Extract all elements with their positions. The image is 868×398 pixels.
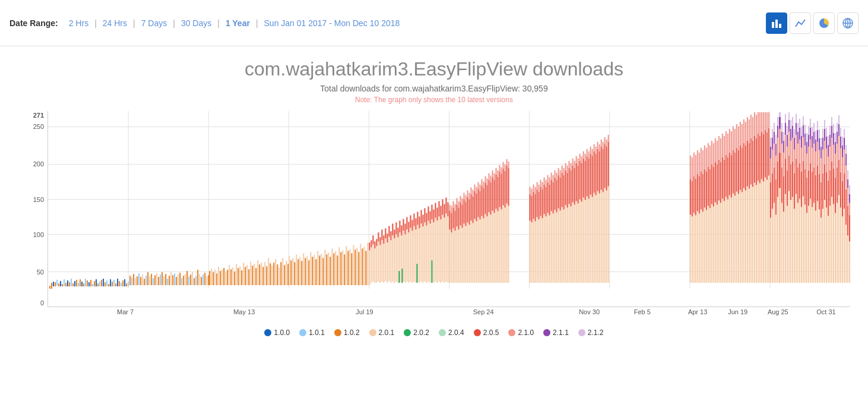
range-24hrs[interactable]: 24 Hrs <box>97 18 133 28</box>
svg-rect-224 <box>394 238 395 283</box>
range-30days[interactable]: 30 Days <box>175 18 217 28</box>
svg-rect-362 <box>494 180 495 213</box>
svg-rect-713 <box>790 200 791 283</box>
svg-rect-758 <box>806 213 807 283</box>
svg-rect-727 <box>794 129 795 138</box>
svg-rect-42 <box>96 279 97 286</box>
svg-rect-369 <box>498 170 499 177</box>
svg-rect-242 <box>410 228 411 282</box>
svg-rect-485 <box>587 156 588 197</box>
svg-rect-310 <box>464 223 465 283</box>
svg-rect-37 <box>87 280 88 286</box>
svg-rect-92 <box>185 274 186 285</box>
svg-rect-163 <box>310 252 311 285</box>
svg-rect-260 <box>426 225 427 283</box>
svg-rect-278 <box>442 214 443 282</box>
svg-rect-375 <box>501 168 502 174</box>
svg-rect-539 <box>699 176 700 214</box>
legend-item: 1.0.1 <box>299 328 325 337</box>
range-7days[interactable]: 7 Days <box>135 18 173 28</box>
svg-rect-798 <box>821 217 822 283</box>
svg-rect-662 <box>770 138 771 147</box>
svg-rect-641 <box>759 136 761 184</box>
svg-rect-321 <box>469 193 470 200</box>
svg-rect-401 <box>537 189 538 217</box>
svg-rect-246 <box>413 226 414 282</box>
svg-rect-106 <box>209 271 210 285</box>
svg-rect-650 <box>765 130 766 178</box>
svg-rect-721 <box>792 126 793 138</box>
svg-rect-157 <box>299 257 300 285</box>
svg-rect-114 <box>223 268 224 285</box>
svg-rect-394 <box>533 219 534 283</box>
legend-label: 2.0.1 <box>379 328 395 337</box>
pie-chart-button[interactable] <box>813 12 835 34</box>
svg-rect-54 <box>117 279 118 286</box>
svg-rect-105 <box>208 275 209 285</box>
svg-rect-679 <box>777 162 778 197</box>
svg-rect-550 <box>706 210 707 283</box>
legend-dot <box>404 329 411 336</box>
svg-rect-601 <box>736 192 737 283</box>
svg-rect-494 <box>592 156 593 197</box>
svg-rect-155 <box>296 254 297 285</box>
svg-rect-380 <box>505 171 506 208</box>
svg-rect-791 <box>817 130 818 142</box>
svg-rect-414 <box>544 178 545 185</box>
svg-rect-775 <box>812 148 813 172</box>
svg-rect-39 <box>90 280 91 286</box>
svg-rect-47 <box>104 282 106 286</box>
svg-rect-190 <box>358 252 359 285</box>
svg-rect-569 <box>717 165 718 205</box>
svg-rect-393 <box>531 189 533 196</box>
range-2hrs[interactable]: 2 Hrs <box>63 18 94 28</box>
svg-rect-710 <box>788 132 790 156</box>
bar-chart-button[interactable] <box>766 12 787 34</box>
svg-rect-784 <box>815 175 816 211</box>
svg-rect-366 <box>496 168 497 175</box>
chart-inner <box>47 111 850 307</box>
header-bar: Date Range: 2 Hrs | 24 Hrs | 7 Days | 30… <box>0 0 868 46</box>
svg-rect-781 <box>813 132 815 144</box>
svg-rect-299 <box>457 205 458 227</box>
svg-rect-764 <box>808 170 809 206</box>
svg-rect-439 <box>560 210 561 283</box>
svg-rect-613 <box>743 188 745 283</box>
svg-rect-806 <box>822 138 823 150</box>
svg-rect-160 <box>305 258 306 285</box>
svg-rect-315 <box>465 195 467 202</box>
svg-rect-370 <box>499 207 500 283</box>
svg-rect-488 <box>588 159 590 199</box>
svg-rect-255 <box>420 210 422 223</box>
range-1year[interactable]: 1 Year <box>220 18 256 28</box>
svg-rect-180 <box>340 252 341 285</box>
custom-date-link[interactable]: Sun Jan 01 2017 - Mon Dec 10 2018 <box>258 18 400 28</box>
svg-rect-161 <box>306 256 308 285</box>
svg-rect-226 <box>395 234 397 282</box>
svg-rect-386 <box>508 168 509 206</box>
globe-button[interactable] <box>837 12 859 34</box>
x-label-apr13: Apr 13 <box>688 308 707 315</box>
svg-rect-805 <box>822 150 823 173</box>
svg-rect-324 <box>471 188 472 194</box>
svg-rect-153 <box>292 258 293 285</box>
svg-rect-527 <box>692 181 693 217</box>
svg-rect-568 <box>717 205 718 283</box>
svg-rect-413 <box>544 185 545 214</box>
svg-rect-611 <box>742 148 743 192</box>
svg-rect-748 <box>803 197 804 283</box>
legend-dot <box>334 329 341 336</box>
svg-rect-311 <box>464 200 465 224</box>
svg-rect-189 <box>356 248 357 285</box>
svg-rect-1 <box>775 20 778 28</box>
line-chart-button[interactable] <box>790 12 811 34</box>
svg-rect-296 <box>455 210 456 230</box>
svg-rect-185 <box>349 249 350 285</box>
svg-rect-98 <box>195 276 197 285</box>
svg-rect-64 <box>135 278 136 285</box>
svg-rect-622 <box>749 189 750 283</box>
svg-rect-536 <box>697 174 698 211</box>
svg-rect-286 <box>449 229 451 283</box>
svg-rect-374 <box>501 174 502 210</box>
svg-rect-75 <box>154 275 156 285</box>
